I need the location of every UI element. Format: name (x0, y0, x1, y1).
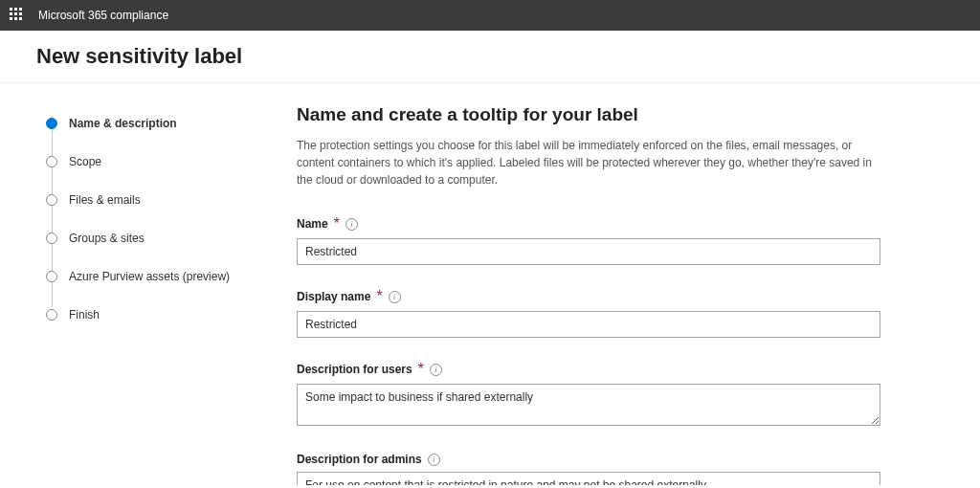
info-icon[interactable]: i (430, 364, 442, 376)
step-label: Finish (69, 308, 100, 322)
form-panel: Name and create a tooltip for your label… (297, 83, 980, 485)
step-indicator-icon (46, 156, 57, 167)
required-indicator: * (418, 361, 424, 378)
field-label: Description for users (297, 363, 412, 376)
step-indicator-icon (46, 309, 57, 321)
field-label: Display name (297, 290, 370, 303)
field-group-desc-admins: Description for admins i (297, 453, 880, 485)
step-indicator-icon (46, 233, 57, 244)
step-groups-sites[interactable]: Groups & sites (46, 219, 278, 257)
name-input[interactable] (297, 238, 880, 265)
step-label: Scope (69, 155, 101, 168)
page-title: New sensitivity label (36, 44, 944, 69)
field-label-row: Description for users * i (297, 361, 880, 378)
step-indicator-icon (46, 194, 57, 206)
field-group-name: Name * i (297, 215, 880, 265)
step-name-description[interactable]: Name & description (46, 104, 278, 143)
step-files-emails[interactable]: Files & emails (46, 181, 278, 219)
top-banner: Microsoft 365 compliance (0, 0, 980, 31)
description-admins-textarea[interactable] (297, 472, 880, 485)
app-launcher-icon[interactable] (10, 8, 25, 23)
page-title-bar: New sensitivity label (0, 31, 980, 83)
step-label: Azure Purview assets (preview) (69, 270, 230, 283)
field-label: Description for admins (297, 453, 422, 466)
field-label: Name (297, 217, 328, 231)
field-label-row: Display name * i (297, 288, 880, 305)
field-label-row: Name * i (297, 215, 880, 233)
info-icon[interactable]: i (389, 291, 401, 303)
step-indicator-icon (46, 118, 57, 129)
info-icon[interactable]: i (428, 454, 440, 466)
field-label-row: Description for admins i (297, 453, 880, 466)
step-label: Files & emails (69, 193, 141, 207)
info-icon[interactable]: i (345, 218, 358, 231)
display-name-input[interactable] (297, 311, 880, 338)
app-shell: Microsoft 365 compliance New sensitivity… (0, 0, 980, 488)
step-scope[interactable]: Scope (46, 143, 278, 181)
description-users-textarea[interactable] (297, 384, 880, 426)
step-indicator-icon (46, 271, 57, 282)
page-body: Name & description Scope Files & emails … (0, 83, 980, 485)
step-finish[interactable]: Finish (46, 296, 278, 334)
field-group-display-name: Display name * i (297, 288, 880, 338)
step-label: Name & description (69, 117, 177, 130)
required-indicator: * (376, 288, 382, 305)
step-azure-purview[interactable]: Azure Purview assets (preview) (46, 257, 278, 296)
section-description: The protection settings you choose for t… (297, 137, 880, 189)
required-indicator: * (334, 215, 340, 233)
section-heading: Name and create a tooltip for your label (297, 104, 942, 125)
field-group-desc-users: Description for users * i (297, 361, 880, 430)
step-label: Groups & sites (69, 232, 145, 245)
wizard-steps: Name & description Scope Files & emails … (0, 83, 297, 485)
banner-title: Microsoft 365 compliance (38, 9, 168, 22)
